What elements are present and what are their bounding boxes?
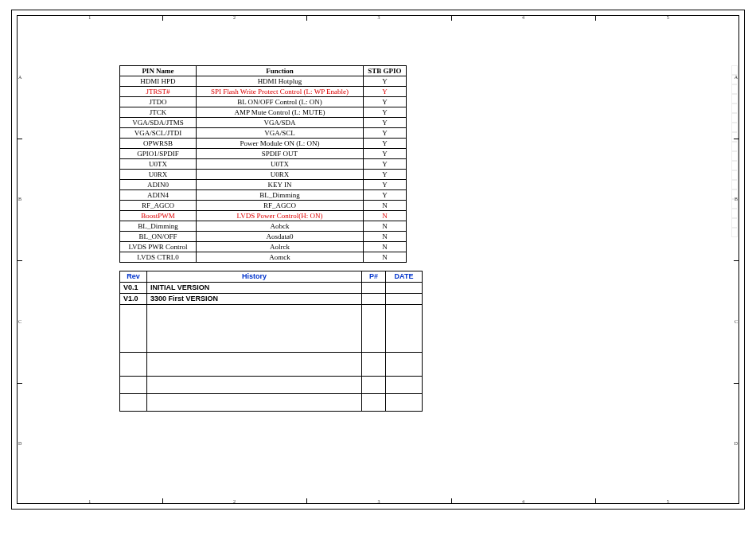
- table-row: GPIO1/SPDIFSPDIF OUTY: [120, 149, 407, 159]
- ruler-tick: [451, 16, 452, 21]
- cell-pin: LVDS CTRL0: [120, 252, 197, 263]
- ruler-label: 3: [378, 499, 380, 504]
- cell-gpio: Y: [364, 97, 407, 107]
- cell-function: HDMI Hotplug: [197, 76, 364, 87]
- table-row: JTDOBL ON/OFF Control (L: ON)Y: [120, 97, 407, 107]
- cell-date: [386, 353, 423, 377]
- ruler-label: A: [18, 75, 21, 80]
- ruler-label: C: [18, 319, 21, 324]
- cell-function: Aobck: [197, 221, 364, 232]
- ruler-tick: [18, 383, 22, 384]
- cell-function: Power Module ON (L: ON): [197, 139, 364, 149]
- cell-pn: [362, 394, 386, 412]
- cell-function: VGA/SDA: [197, 118, 364, 128]
- ruler-tick: [18, 260, 22, 261]
- color-palette: [731, 65, 738, 237]
- cell-gpio: Y: [364, 76, 407, 87]
- swatch: [731, 180, 738, 189]
- cell-function: KEY IN: [197, 180, 364, 190]
- cell-gpio: N: [364, 211, 407, 221]
- table-row: V0.1INITIAL VERSION: [120, 283, 423, 294]
- ruler-label: D: [735, 441, 738, 446]
- swatch: [731, 113, 738, 123]
- table-row: HDMI HPDHDMI HotplugY: [120, 76, 407, 87]
- ruler-label: C: [735, 319, 738, 324]
- cell-pin: LVDS PWR Control: [120, 242, 197, 252]
- table-row: [120, 353, 423, 377]
- cell-date: [386, 394, 423, 412]
- ruler-tick: [595, 498, 596, 503]
- cell-function: Aolrck: [197, 242, 364, 252]
- ruler-tick: [734, 139, 738, 139]
- cell-gpio: Y: [364, 190, 407, 201]
- swatch: [731, 228, 738, 237]
- cell-function: U0RX: [197, 170, 364, 180]
- cell-pin: ADIN0: [120, 180, 197, 190]
- cell-pin: BL_Dimming: [120, 221, 197, 232]
- cell-function: SPDIF OUT: [197, 149, 364, 159]
- table-row: VGA/SCL/JTDIVGA/SCLY: [120, 128, 407, 139]
- table-header-row: PIN Name Function STB GPIO: [120, 66, 407, 76]
- cell-gpio: N: [364, 221, 407, 232]
- pin-function-table: PIN Name Function STB GPIO HDMI HPDHDMI …: [119, 65, 407, 263]
- cell-function: SPI Flash Write Protect Control (L: WP E…: [197, 87, 364, 97]
- ruler-tick: [162, 498, 163, 503]
- cell-pn: [362, 294, 386, 305]
- cell-gpio: N: [364, 252, 407, 263]
- table-row: LVDS PWR ControlAolrckN: [120, 242, 407, 252]
- drawing-inner-frame: PIN Name Function STB GPIO HDMI HPDHDMI …: [17, 15, 739, 504]
- cell-pn: [362, 283, 386, 294]
- cell-function: VGA/SCL: [197, 128, 364, 139]
- cell-history: 3300 First VERSION: [147, 294, 362, 305]
- table-row: BL_DimmingAobckN: [120, 221, 407, 232]
- ruler-label: A: [735, 75, 738, 80]
- cell-history: [147, 394, 362, 412]
- ruler-label: 1: [88, 499, 91, 504]
- cell-pin: BoostPWM: [120, 211, 197, 221]
- cell-date: [386, 283, 423, 294]
- ruler-label: 2: [233, 15, 236, 20]
- cell-gpio: Y: [364, 149, 407, 159]
- cell-function: BL ON/OFF Control (L: ON): [197, 97, 364, 107]
- cell-rev: [120, 377, 147, 394]
- cell-gpio: Y: [364, 87, 407, 97]
- table-row: [120, 377, 423, 394]
- cell-gpio: Y: [364, 139, 407, 149]
- cell-gpio: N: [364, 242, 407, 252]
- col-header-rev: Rev: [120, 271, 147, 283]
- cell-pin: JTDO: [120, 97, 197, 107]
- cell-pin: GPIO1/SPDIF: [120, 149, 197, 159]
- table-row: U0RXU0RXY: [120, 170, 407, 180]
- cell-rev: V1.0: [120, 294, 147, 305]
- cell-gpio: Y: [364, 118, 407, 128]
- drawing-outer-frame: PIN Name Function STB GPIO HDMI HPDHDMI …: [11, 10, 745, 510]
- cell-function: BL_Dimming: [197, 190, 364, 201]
- swatch: [731, 218, 738, 228]
- ruler-tick: [18, 139, 22, 139]
- ruler-tick: [734, 383, 738, 384]
- cell-pin: OPWRSB: [120, 139, 197, 149]
- table-row: U0TXU0TXY: [120, 159, 407, 170]
- cell-function: AMP Mute Control (L: MUTE): [197, 107, 364, 118]
- cell-history: [147, 353, 362, 377]
- cell-rev: [120, 394, 147, 412]
- cell-function: Aomck: [197, 252, 364, 263]
- table-row: ADIN0KEY INY: [120, 180, 407, 190]
- cell-gpio: N: [364, 201, 407, 211]
- ruler-label: B: [735, 197, 738, 201]
- swatch: [731, 103, 738, 113]
- cell-function: Aosdata0: [197, 232, 364, 242]
- ruler-label: 5: [667, 15, 669, 20]
- cell-rev: V0.1: [120, 283, 147, 294]
- cell-function: LVDS Power Control(H: ON): [197, 211, 364, 221]
- swatch: [731, 94, 738, 103]
- cell-pin: HDMI HPD: [120, 76, 197, 87]
- cell-history: [147, 305, 362, 353]
- cell-gpio: Y: [364, 128, 407, 139]
- table-row: [120, 394, 423, 412]
- swatch: [731, 151, 738, 161]
- swatch: [731, 209, 738, 218]
- col-header-date: DATE: [386, 271, 423, 283]
- ruler-label: 2: [233, 499, 236, 504]
- ruler-label: B: [18, 197, 21, 201]
